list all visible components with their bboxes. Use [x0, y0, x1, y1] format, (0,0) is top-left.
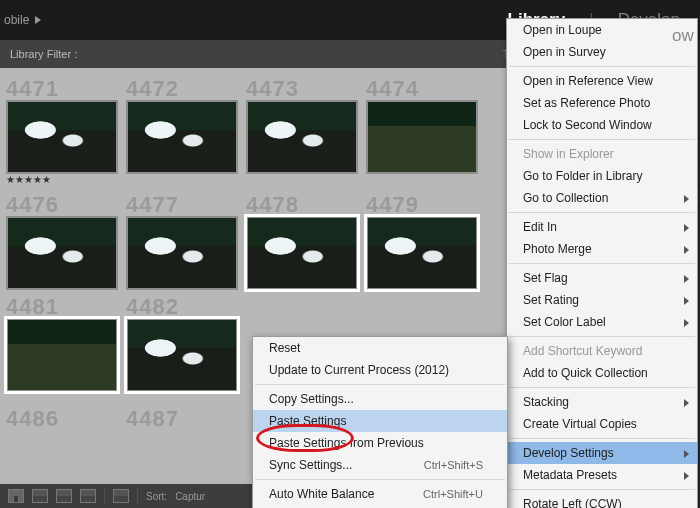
mi-open-loupe[interactable]: Open in Loupe: [507, 19, 697, 41]
mi-rotate-left[interactable]: Rotate Left (CCW): [507, 493, 697, 508]
view-survey-icon[interactable]: [80, 489, 96, 503]
mi-paste-settings[interactable]: Paste Settings: [253, 410, 507, 432]
cell-index: 4474: [366, 76, 476, 100]
thumbnail[interactable]: [6, 318, 118, 392]
rating-stars[interactable]: ★★★★★: [6, 174, 116, 188]
cell-index: 4471: [6, 76, 116, 100]
view-loupe-icon[interactable]: [32, 489, 48, 503]
mi-metadata-presets[interactable]: Metadata Presets: [507, 464, 697, 486]
mi-add-shortcut: Add Shortcut Keyword: [507, 340, 697, 362]
mi-set-color[interactable]: Set Color Label: [507, 311, 697, 333]
filter-label: Library Filter :: [10, 48, 77, 60]
cell-index: 4479: [366, 192, 476, 216]
mi-photo-merge[interactable]: Photo Merge: [507, 238, 697, 260]
cell-index: 4486: [6, 406, 116, 430]
cell-index: 4482: [126, 294, 236, 318]
submenu-develop-settings[interactable]: Reset Update to Current Process (2012) C…: [252, 336, 508, 508]
thumbnail[interactable]: [126, 100, 238, 174]
mi-edit-in[interactable]: Edit In: [507, 216, 697, 238]
cell-index: 4478: [246, 192, 356, 216]
mi-develop-settings[interactable]: Develop Settings: [507, 442, 697, 464]
cell-index: 4477: [126, 192, 236, 216]
mi-stacking[interactable]: Stacking: [507, 391, 697, 413]
sort-label: Sort:: [146, 491, 167, 502]
mi-open-survey[interactable]: Open in Survey: [507, 41, 697, 63]
mi-go-collection[interactable]: Go to Collection: [507, 187, 697, 209]
thumbnail[interactable]: [6, 216, 118, 290]
module-overflow: ow: [672, 26, 694, 46]
mi-reset[interactable]: Reset: [253, 337, 507, 359]
cell-index: 4473: [246, 76, 356, 100]
thumbnail[interactable]: [366, 100, 478, 174]
mi-add-quick[interactable]: Add to Quick Collection: [507, 362, 697, 384]
thumbnail[interactable]: [246, 216, 358, 290]
brand-text: obile: [4, 13, 29, 27]
mi-update-process[interactable]: Update to Current Process (2012): [253, 359, 507, 381]
mi-open-ref[interactable]: Open in Reference View: [507, 70, 697, 92]
play-icon[interactable]: [35, 13, 41, 27]
sort-value[interactable]: Captur: [175, 491, 205, 502]
mi-show-explorer: Show in Explorer: [507, 143, 697, 165]
cell-index: 4476: [6, 192, 116, 216]
mi-copy-settings[interactable]: Copy Settings...: [253, 388, 507, 410]
mi-set-rating[interactable]: Set Rating: [507, 289, 697, 311]
cell-index: [366, 294, 476, 318]
mi-set-flag[interactable]: Set Flag: [507, 267, 697, 289]
mi-set-ref[interactable]: Set as Reference Photo: [507, 92, 697, 114]
mi-auto-wb[interactable]: Auto White BalanceCtrl+Shift+U: [253, 483, 507, 505]
context-menu[interactable]: Open in Loupe Open in Survey Open in Ref…: [506, 18, 698, 508]
cell-index: [246, 294, 356, 318]
thumbnail[interactable]: [126, 318, 238, 392]
thumbnail[interactable]: [366, 216, 478, 290]
cell-index: 4481: [6, 294, 116, 318]
cell-index: 4487: [126, 406, 236, 430]
thumbnail[interactable]: [126, 216, 238, 290]
view-compare-icon[interactable]: [56, 489, 72, 503]
mi-lock-second[interactable]: Lock to Second Window: [507, 114, 697, 136]
painter-icon[interactable]: [113, 489, 129, 503]
mi-create-virtual[interactable]: Create Virtual Copies: [507, 413, 697, 435]
cell-index: 4472: [126, 76, 236, 100]
mi-sync-settings[interactable]: Sync Settings...Ctrl+Shift+S: [253, 454, 507, 476]
mi-paste-prev[interactable]: Paste Settings from Previous: [253, 432, 507, 454]
thumbnail[interactable]: [6, 100, 118, 174]
brand: obile: [0, 13, 41, 27]
thumbnail[interactable]: [246, 100, 358, 174]
mi-go-folder[interactable]: Go to Folder in Library: [507, 165, 697, 187]
view-grid-icon[interactable]: [8, 489, 24, 503]
